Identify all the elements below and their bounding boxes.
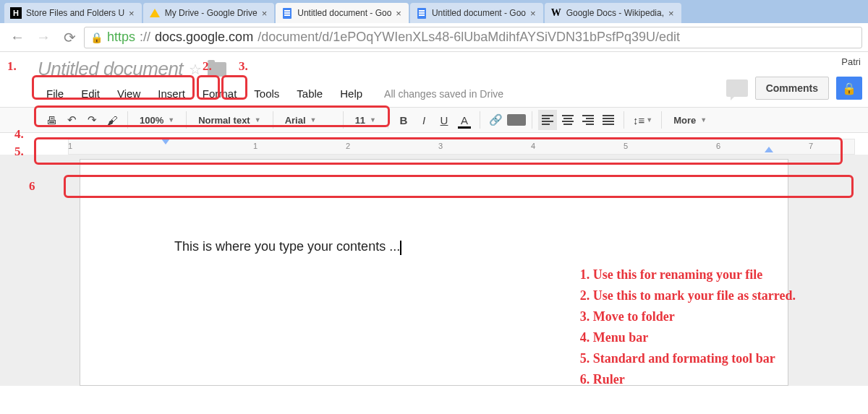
url-path: /document/d/1ePOqYWIenXLs48-6lUbaMdihfAY… xyxy=(258,30,680,45)
lock-icon: 🔒 xyxy=(90,32,103,43)
more-button[interactable]: More▼ xyxy=(668,115,712,126)
annotation-legend: 1. Use this for renaming your file 2. Us… xyxy=(580,267,796,387)
close-icon[interactable]: × xyxy=(396,8,401,19)
menu-table[interactable]: Table xyxy=(288,86,331,101)
annotation-label-4: 4. xyxy=(14,127,24,142)
share-button[interactable]: 🔒 xyxy=(836,77,862,100)
document-text: This is where you type your contents ... xyxy=(174,239,400,254)
back-button[interactable]: ← xyxy=(6,26,29,49)
reload-button[interactable]: ⟳ xyxy=(58,26,81,49)
annotation-box-2 xyxy=(197,75,220,100)
comment-icon[interactable] xyxy=(507,114,526,126)
close-icon[interactable]: × xyxy=(262,8,268,19)
tab-title: Google Docs - Wikipedia, xyxy=(566,8,664,18)
url-scheme: https xyxy=(107,30,135,45)
align-justify-icon[interactable] xyxy=(599,110,618,130)
favicon-docs xyxy=(416,7,427,19)
italic-icon[interactable]: I xyxy=(414,110,433,130)
annotation-box-6 xyxy=(64,175,854,198)
annotation-label-3: 3. xyxy=(239,59,248,74)
align-center-icon[interactable] xyxy=(558,110,577,130)
chat-button[interactable] xyxy=(726,79,748,97)
close-icon[interactable]: × xyxy=(668,8,674,19)
favicon-docs xyxy=(281,7,293,19)
tab-title: Untitled document - Goo xyxy=(432,8,526,18)
save-status: All changes saved in Drive xyxy=(384,88,503,100)
tab-title: Store Files and Folders U xyxy=(26,8,124,18)
annotation-box-3 xyxy=(221,75,247,100)
annotation-label-6: 6 xyxy=(29,179,35,194)
menu-tools[interactable]: Tools xyxy=(245,86,288,101)
url-bar[interactable]: 🔒 https://docs.google.com/document/d/1eP… xyxy=(84,27,862,48)
close-icon[interactable]: × xyxy=(530,8,536,19)
text-color-icon[interactable]: A xyxy=(455,110,474,130)
forward-button[interactable]: → xyxy=(32,26,55,49)
browser-tab[interactable]: H Store Files and Folders U × xyxy=(4,3,142,23)
annotation-label-5: 5. xyxy=(14,145,24,159)
underline-icon[interactable]: U xyxy=(435,110,454,130)
browser-tab[interactable]: W Google Docs - Wikipedia, × xyxy=(545,3,681,23)
browser-tab[interactable]: My Drive - Google Drive × xyxy=(143,3,275,23)
favicon-drive xyxy=(149,7,161,19)
annotation-box-1 xyxy=(32,75,195,100)
text-cursor xyxy=(400,241,401,255)
annotation-box-5 xyxy=(34,137,843,165)
line-spacing-icon[interactable]: ↕≡▼ xyxy=(630,110,655,130)
align-left-icon[interactable] xyxy=(538,110,557,130)
annotation-box-4 xyxy=(34,105,390,127)
favicon-wiki: W xyxy=(550,7,562,19)
favicon-h: H xyxy=(10,7,22,19)
browser-url-row: ← → ⟳ 🔒 https://docs.google.com/document… xyxy=(0,23,868,52)
comments-button[interactable]: Comments xyxy=(755,77,829,100)
align-right-icon[interactable] xyxy=(579,110,597,130)
menu-help[interactable]: Help xyxy=(331,86,371,101)
url-domain: docs.google.com xyxy=(155,30,253,45)
tab-title: My Drive - Google Drive xyxy=(165,8,258,18)
browser-tab-strip: H Store Files and Folders U × My Drive -… xyxy=(0,0,868,23)
link-icon[interactable]: 🔗 xyxy=(486,110,506,130)
bold-icon[interactable]: B xyxy=(394,110,413,130)
annotation-label-1: 1. xyxy=(7,59,17,74)
tab-title: Untitled document - Goo xyxy=(297,8,391,18)
browser-tab[interactable]: Untitled document - Goo × xyxy=(410,3,543,23)
annotation-label-2: 2. xyxy=(203,59,212,74)
browser-tab-active[interactable]: Untitled document - Goo × xyxy=(276,3,409,23)
close-icon[interactable]: × xyxy=(129,8,135,19)
